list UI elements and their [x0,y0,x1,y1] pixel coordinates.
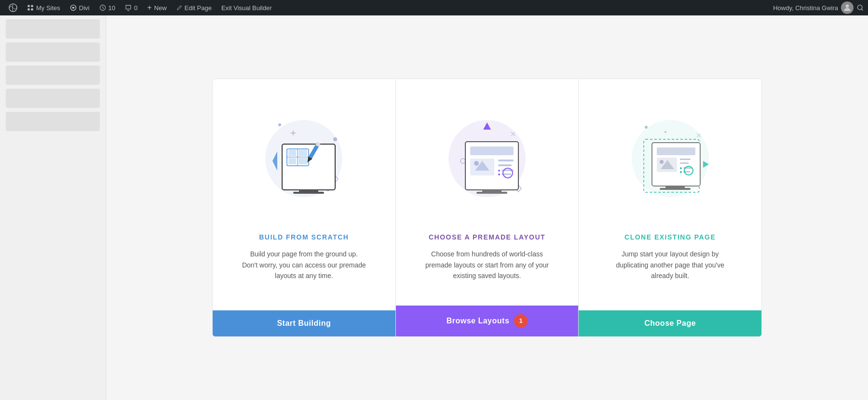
main-content: BUILD FROM SCRATCH Build your page from … [0,15,868,400]
svg-point-7 [846,4,849,8]
start-building-label: Start Building [277,319,331,328]
adminbar-right: Howdy, Christina Gwira [773,1,864,14]
browse-layouts-label: Browse Layouts [447,317,510,325]
sidebar-panel [0,15,106,400]
card-premade-illustration [396,79,579,233]
updates-count: 10 [108,4,115,12]
svg-point-43 [498,170,500,172]
svg-rect-22 [298,150,307,156]
card-premade-body: CHOOSE A PREMADE LAYOUT Choose from hund… [396,233,579,305]
sidebar-ghost-item-1 [6,19,100,39]
pencil-icon [176,5,182,11]
edit-page-link[interactable]: Edit Page [172,0,217,15]
avatar-icon [842,3,852,13]
clone-illustration-svg [617,96,723,216]
my-sites-icon [27,4,34,11]
card-clone-description: Jump start your layout design by duplica… [593,249,747,286]
sidebar-ghost-item-3 [6,66,100,85]
svg-point-8 [857,5,862,10]
svg-rect-2 [31,5,33,7]
user-greeting: Howdy, Christina Gwira [773,4,838,12]
comments-count: 0 [134,4,137,12]
svg-rect-24 [298,158,307,164]
updates-link[interactable]: 10 [95,0,120,15]
svg-point-67 [680,171,682,173]
svg-rect-63 [680,159,691,160]
exit-builder-label: Exit Visual Builder [221,4,272,12]
svg-point-10 [278,123,281,126]
new-content-link[interactable]: + New [142,0,171,15]
updates-icon [99,4,106,11]
scratch-illustration-svg [251,96,357,216]
browse-layouts-button[interactable]: Browse Layouts 1 [396,306,579,336]
svg-point-65 [680,167,682,169]
browse-layouts-badge: 1 [514,314,528,328]
sidebar-ghost-item-5 [6,112,100,131]
card-clone-body: CLONE EXISTING PAGE Jump start your layo… [579,233,761,310]
svg-rect-21 [288,150,296,156]
svg-rect-4 [31,8,33,10]
adminbar-left: My Sites Divi 10 0 + New [4,0,773,15]
divi-label: Divi [79,4,90,12]
card-premade: CHOOSE A PREMADE LAYOUT Choose from hund… [396,79,579,336]
svg-point-40 [474,161,479,166]
svg-rect-42 [498,164,512,166]
card-scratch: BUILD FROM SCRATCH Build your page from … [212,79,396,336]
svg-rect-59 [657,147,695,155]
search-icon[interactable] [856,4,864,12]
svg-rect-49 [476,192,507,194]
card-clone-title: CLONE EXISTING PAGE [624,233,716,241]
choose-page-label: Choose Page [644,319,696,328]
comments-link[interactable]: 0 [120,0,142,15]
card-clone: CLONE EXISTING PAGE Jump start your layo… [579,79,762,336]
card-scratch-title: BUILD FROM SCRATCH [259,233,349,241]
svg-rect-29 [293,192,324,194]
comments-icon [125,4,132,11]
sidebar-ghost-item-2 [6,42,100,62]
sidebar-ghost-item-4 [6,89,100,108]
wordpress-logo-link[interactable] [4,0,22,15]
start-building-button[interactable]: Start Building [213,310,395,336]
svg-rect-37 [470,147,514,155]
svg-rect-3 [27,8,29,10]
svg-point-45 [498,173,500,175]
svg-point-62 [660,160,664,164]
my-sites-label: My Sites [36,4,60,12]
card-clone-illustration [579,79,761,233]
card-scratch-body: BUILD FROM SCRATCH Build your page from … [213,233,395,310]
svg-point-57 [665,131,666,133]
card-scratch-illustration [213,79,395,233]
svg-rect-1 [27,5,29,7]
divi-icon [70,4,77,11]
card-premade-description: Choose from hundreds of world-class prem… [410,249,564,281]
card-premade-title: CHOOSE A PREMADE LAYOUT [429,233,545,241]
svg-rect-64 [680,162,689,164]
admin-bar: My Sites Divi 10 0 + New [0,0,868,15]
svg-rect-71 [660,188,691,190]
svg-point-11 [333,137,337,141]
new-label: New [154,4,167,12]
svg-rect-41 [498,160,514,161]
choose-page-button[interactable]: Choose Page [579,310,761,336]
card-scratch-description: Build your page from the ground up. Don'… [227,249,381,286]
wordpress-icon [9,3,17,12]
edit-page-label: Edit Page [185,4,212,12]
exit-builder-link[interactable]: Exit Visual Builder [217,0,277,15]
cards-container: BUILD FROM SCRATCH Build your page from … [212,79,762,336]
svg-point-52 [645,126,648,129]
divi-link[interactable]: Divi [65,0,95,15]
premade-illustration-svg [434,96,540,216]
svg-rect-23 [288,158,296,164]
new-icon: + [147,3,151,12]
my-sites-link[interactable]: My Sites [22,0,65,15]
user-avatar[interactable] [841,1,854,14]
